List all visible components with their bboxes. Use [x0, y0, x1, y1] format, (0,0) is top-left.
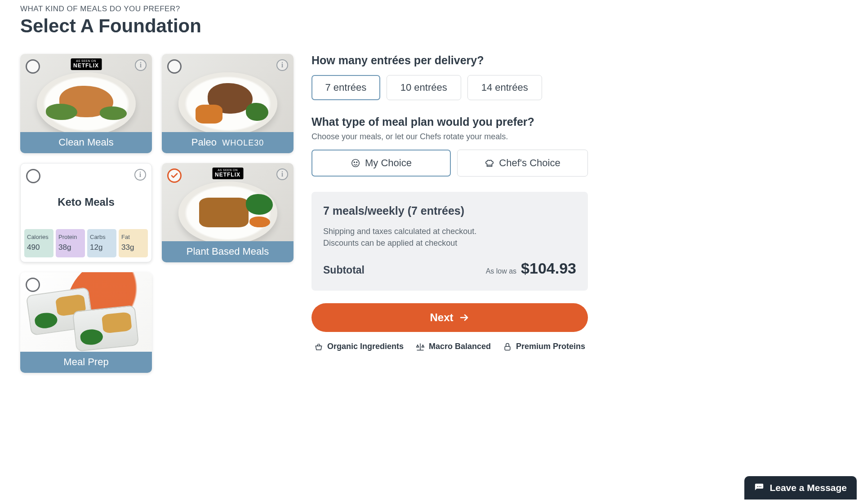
info-icon[interactable]: i — [135, 59, 147, 71]
plan-subtext: Choose your meals, or let our Chefs rota… — [311, 132, 588, 141]
plan-option-mychoice[interactable]: My Choice — [311, 150, 451, 177]
scale-icon — [416, 342, 425, 351]
info-icon[interactable]: i — [134, 169, 146, 181]
plan-option-label: My Choice — [365, 157, 412, 169]
meal-label: Keto Meals — [21, 196, 151, 208]
macro-carbs: Carbs 12g — [87, 229, 116, 257]
plan-option-chefs[interactable]: Chef's Choice — [457, 150, 588, 177]
macro-row: Calories 490 Protein 38g Carbs 12g Fat 3… — [24, 229, 148, 257]
info-icon[interactable]: i — [276, 168, 288, 180]
subtotal-label: Subtotal — [323, 264, 365, 276]
macro-protein: Protein 38g — [56, 229, 85, 257]
whole30-badge: WHOLE30 — [222, 138, 264, 147]
svg-point-1 — [354, 162, 355, 163]
svg-point-2 — [356, 162, 357, 163]
netflix-badge: AS SEEN ONNETFLIX — [212, 168, 243, 179]
meal-label: Paleo WHOLE30 — [162, 132, 294, 153]
meal-radio-paleo[interactable] — [167, 59, 182, 74]
trust-macro: Macro Balanced — [416, 342, 491, 351]
next-button-label: Next — [430, 311, 453, 324]
plan-options: My Choice Chef's Choice — [311, 150, 588, 177]
meal-label: Plant Based Meals — [162, 241, 294, 262]
check-icon — [170, 172, 178, 180]
entrees-option-7[interactable]: 7 entrées — [311, 75, 380, 100]
subtotal-price: $104.93 — [521, 260, 576, 277]
trust-protein: Premium Proteins — [503, 342, 585, 351]
netflix-badge: AS SEEN ONNETFLIX — [71, 58, 102, 70]
order-summary: 7 meals/weekly (7 entrées) Shipping and … — [311, 192, 588, 291]
meal-card-keto[interactable]: i Keto Meals Calories 490 Protein 38g Ca… — [20, 163, 152, 262]
summary-title: 7 meals/weekly (7 entrées) — [323, 204, 576, 217]
eyebrow-text: WHAT KIND OF MEALS DO YOU PREFER? — [20, 4, 843, 13]
macro-calories: Calories 490 — [24, 229, 53, 257]
meal-label-text: Paleo — [191, 137, 217, 148]
meal-grid: AS SEEN ONNETFLIX i Clean Meals i Paleo … — [20, 54, 294, 373]
entrees-option-14[interactable]: 14 entrées — [467, 75, 542, 100]
arrow-right-icon — [459, 312, 470, 323]
meal-radio-mealprep[interactable] — [26, 278, 40, 292]
entrees-options: 7 entrées 10 entrées 14 entrées — [311, 75, 588, 100]
meal-card-paleo[interactable]: i Paleo WHOLE30 — [162, 54, 294, 153]
as-low-as-text: As low as — [486, 267, 516, 275]
next-button[interactable]: Next — [311, 303, 588, 332]
svg-rect-5 — [505, 346, 510, 350]
meal-label: Clean Meals — [20, 132, 152, 153]
svg-point-0 — [352, 159, 360, 167]
plan-question: What type of meal plan would you prefer? — [311, 115, 588, 128]
lock-icon — [503, 342, 512, 351]
plan-option-label: Chef's Choice — [499, 157, 560, 169]
entrees-question: How many entrées per delivery? — [311, 54, 588, 67]
meal-card-clean[interactable]: AS SEEN ONNETFLIX i Clean Meals — [20, 54, 152, 153]
page-title: Select A Foundation — [20, 15, 843, 37]
basket-icon — [314, 342, 323, 351]
chef-hat-icon — [485, 158, 494, 168]
summary-note: Shipping and taxes calculated at checkou… — [323, 225, 576, 249]
entrees-option-10[interactable]: 10 entrées — [387, 75, 461, 100]
trust-organic: Organic Ingredients — [314, 342, 404, 351]
meal-card-mealprep[interactable]: Meal Prep — [20, 272, 152, 373]
info-icon[interactable]: i — [276, 59, 288, 71]
meal-radio-clean[interactable] — [26, 59, 40, 74]
meal-radio-plant[interactable] — [167, 168, 182, 183]
meal-radio-keto[interactable] — [26, 169, 40, 183]
macro-fat: Fat 33g — [119, 229, 148, 257]
smile-icon — [351, 158, 360, 168]
meal-label: Meal Prep — [20, 352, 152, 373]
trust-badges: Organic Ingredients Macro Balanced Premi… — [311, 342, 588, 351]
meal-card-plant[interactable]: AS SEEN ONNETFLIX i Plant Based Meals — [162, 163, 294, 262]
